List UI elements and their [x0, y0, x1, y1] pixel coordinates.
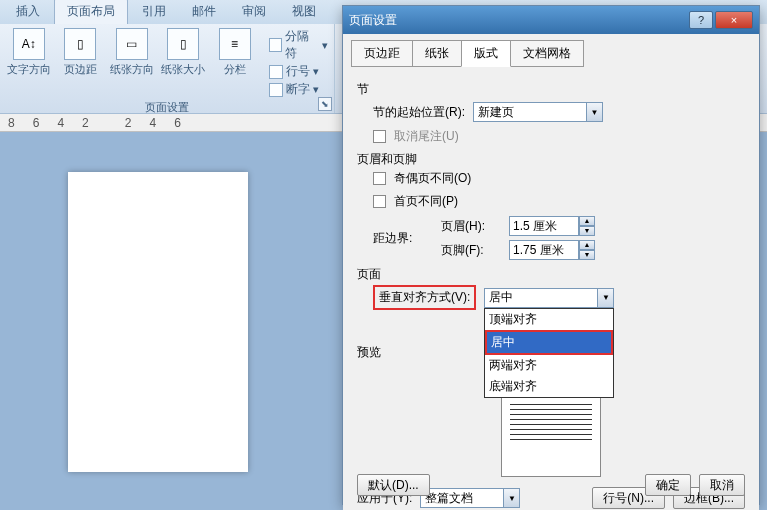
- orientation-icon: ▭: [116, 28, 148, 60]
- group-title: 页面设置: [145, 98, 189, 117]
- valign-label: 垂直对齐方式(V):: [373, 285, 476, 310]
- page-setup-dialog: 页面设置 ? × 页边距 纸张 版式 文档网格 节 节的起始位置(R): 新建页…: [342, 5, 760, 505]
- odd-even-checkbox[interactable]: [373, 172, 386, 185]
- ribbon-buttons: A↕ 文字方向 ▯ 页边距 ▭ 纸张方向 ▯ 纸张大小 ≡ 分栏 分隔符▾ 行号…: [6, 28, 328, 98]
- breaks-icon: [269, 38, 282, 52]
- suppress-endnotes-checkbox[interactable]: [373, 130, 386, 143]
- down-arrow-icon[interactable]: ▼: [579, 250, 595, 260]
- preview-lines-icon: [510, 400, 592, 444]
- text-direction-icon: A↕: [13, 28, 45, 60]
- tab-references[interactable]: 引用: [130, 0, 178, 24]
- help-button[interactable]: ?: [689, 11, 713, 29]
- mini-stack: 分隔符▾ 行号▾ 断字▾: [269, 28, 328, 98]
- dialog-body: 节 节的起始位置(R): 新建页 ▼ 取消尾注(U) 页眉和页脚 奇偶页不同(O…: [343, 67, 759, 510]
- header-dist-label: 页眉(H):: [441, 218, 501, 235]
- columns-button[interactable]: ≡ 分栏: [212, 28, 257, 98]
- tab-mailings[interactable]: 邮件: [180, 0, 228, 24]
- dtab-paper[interactable]: 纸张: [412, 40, 462, 67]
- close-button[interactable]: ×: [715, 11, 753, 29]
- dtab-docgrid[interactable]: 文档网格: [510, 40, 584, 67]
- suppress-endnotes-label: 取消尾注(U): [394, 128, 459, 145]
- valign-opt-bottom[interactable]: 底端对齐: [485, 376, 613, 397]
- footer-dist-label: 页脚(F):: [441, 242, 501, 259]
- document-page[interactable]: [68, 172, 248, 472]
- default-button[interactable]: 默认(D)...: [357, 474, 430, 496]
- text-direction-button[interactable]: A↕ 文字方向: [6, 28, 51, 98]
- tab-review[interactable]: 审阅: [230, 0, 278, 24]
- breaks-button[interactable]: 分隔符▾: [269, 28, 328, 62]
- dialog-footer: 默认(D)... 确定 取消: [357, 474, 745, 496]
- footer-dist-spinner[interactable]: ▲▼: [509, 240, 595, 260]
- margins-icon: ▯: [64, 28, 96, 60]
- page-section-label: 页面: [357, 266, 745, 283]
- first-page-label: 首页不同(P): [394, 193, 458, 210]
- header-dist-input[interactable]: [509, 216, 579, 236]
- down-arrow-icon[interactable]: ▼: [579, 226, 595, 236]
- columns-icon: ≡: [219, 28, 251, 60]
- section-start-label: 节的起始位置(R):: [373, 104, 465, 121]
- size-icon: ▯: [167, 28, 199, 60]
- margins-button[interactable]: ▯ 页边距: [57, 28, 102, 98]
- up-arrow-icon[interactable]: ▲: [579, 240, 595, 250]
- orientation-button[interactable]: ▭ 纸张方向: [109, 28, 154, 98]
- valign-opt-center[interactable]: 居中: [485, 330, 613, 355]
- cancel-button[interactable]: 取消: [699, 474, 745, 496]
- tab-insert[interactable]: 插入: [4, 0, 52, 24]
- dialog-title: 页面设置: [349, 12, 689, 29]
- group-page-setup: A↕ 文字方向 ▯ 页边距 ▭ 纸张方向 ▯ 纸张大小 ≡ 分栏 分隔符▾ 行号…: [0, 24, 335, 113]
- tab-view[interactable]: 视图: [280, 0, 328, 24]
- valign-opt-top[interactable]: 顶端对齐: [485, 309, 613, 330]
- up-arrow-icon[interactable]: ▲: [579, 216, 595, 226]
- odd-even-label: 奇偶页不同(O): [394, 170, 471, 187]
- hyphen-icon: [269, 83, 283, 97]
- valign-combo[interactable]: 居中 ▼ 顶端对齐 居中 两端对齐 底端对齐: [484, 288, 614, 308]
- section-label: 节: [357, 81, 745, 98]
- valign-opt-justify[interactable]: 两端对齐: [485, 355, 613, 376]
- dtab-layout[interactable]: 版式: [461, 40, 511, 67]
- section-start-combo[interactable]: 新建页 ▼: [473, 102, 603, 122]
- linenum-icon: [269, 65, 283, 79]
- ok-button[interactable]: 确定: [645, 474, 691, 496]
- dialog-launcher-icon[interactable]: ⬊: [318, 97, 332, 111]
- valign-dropdown: 顶端对齐 居中 两端对齐 底端对齐: [484, 308, 614, 398]
- first-page-checkbox[interactable]: [373, 195, 386, 208]
- hyphenation-button[interactable]: 断字▾: [269, 81, 328, 98]
- size-button[interactable]: ▯ 纸张大小: [160, 28, 205, 98]
- dtab-margins[interactable]: 页边距: [351, 40, 413, 67]
- tab-page-layout[interactable]: 页面布局: [54, 0, 128, 24]
- title-controls: ? ×: [689, 11, 753, 29]
- linenumbers-button[interactable]: 行号▾: [269, 63, 328, 80]
- footer-dist-input[interactable]: [509, 240, 579, 260]
- header-dist-spinner[interactable]: ▲▼: [509, 216, 595, 236]
- chevron-down-icon: ▼: [586, 103, 602, 121]
- dialog-tabs: 页边距 纸张 版式 文档网格: [343, 34, 759, 67]
- chevron-down-icon: ▼: [597, 289, 613, 307]
- from-edge-label: 距边界:: [373, 230, 433, 247]
- dialog-titlebar[interactable]: 页面设置 ? ×: [343, 6, 759, 34]
- headers-footers-label: 页眉和页脚: [357, 151, 745, 168]
